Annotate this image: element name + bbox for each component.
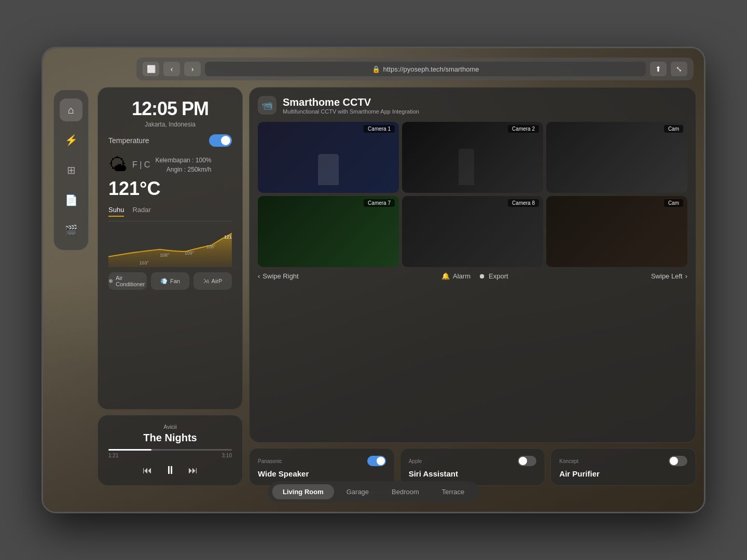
sidebar-item-energy[interactable]: ⚡: [60, 129, 82, 151]
ac-buttons: ❄ Air Conditioner 💨 Fan 🌬 AirP: [108, 272, 232, 290]
music-progress-fill: [108, 449, 151, 451]
next-button[interactable]: ⏭: [188, 465, 198, 476]
unit-separator: |: [140, 160, 144, 169]
weather-details: Kelembapan : 100% Angin : 250km/h: [155, 156, 211, 174]
sidebar-item-file[interactable]: 📄: [60, 189, 82, 212]
weather-info: 🌤 F | C Kelembapan : 100% Angin : 250km/…: [108, 154, 232, 176]
tab-radar[interactable]: Radar: [132, 206, 150, 217]
airp-button[interactable]: 🌬 AirP: [193, 272, 232, 290]
wind-text: Angin : 250km/h: [155, 165, 211, 174]
tab-garage[interactable]: Garage: [336, 484, 379, 499]
device-card-speaker: Panasonic Wide Speaker: [249, 448, 395, 486]
url-bar[interactable]: 🔒 https://pyoseph.tech/smarthome: [205, 62, 646, 76]
device-purifier-toggle[interactable]: [669, 456, 687, 466]
weather-chart: 103° 108° 109° 108° 121°: [108, 226, 232, 267]
music-card: Avicii The Nights 1:21 3:10 ⏮ ⏸ ⏭: [98, 415, 243, 486]
svg-text:103°: 103°: [140, 260, 149, 265]
weather-tabs: Suhu Radar: [108, 206, 232, 221]
sidebar-item-media[interactable]: 🎬: [60, 219, 82, 242]
camera-3-label: Cam: [664, 125, 683, 133]
music-artist: Avicii: [108, 424, 232, 430]
device-speaker-top: Panasonic: [258, 456, 386, 466]
temperature-header: Temperature: [108, 134, 232, 147]
device-siri-toggle[interactable]: [518, 456, 536, 466]
device-speaker-toggle[interactable]: [367, 456, 386, 466]
camera-2-label: Camera 2: [508, 125, 539, 133]
cctv-icon: 📹: [258, 96, 276, 115]
devices-row: Panasonic Wide Speaker Apple Siri Assist…: [249, 448, 696, 486]
swipe-right-button[interactable]: ‹ Swipe Right: [258, 272, 299, 280]
cctv-header: 📹 Smarthome CCTV Multifunctional CCTV wi…: [258, 96, 687, 115]
airp-label: AirP: [212, 278, 223, 284]
open-button[interactable]: ⤡: [671, 62, 687, 76]
sidebar-item-grid[interactable]: ⊞: [60, 159, 82, 181]
pause-button[interactable]: ⏸: [164, 464, 176, 477]
device-purifier-brand: Koncept: [559, 458, 578, 464]
cctv-footer: ‹ Swipe Right 🔔 Alarm ⏺ Export: [258, 272, 687, 280]
music-progress-bar[interactable]: [108, 449, 232, 451]
device-card-purifier: Koncept Air Purifier: [550, 448, 696, 486]
svg-text:108°: 108°: [206, 244, 216, 249]
device-purifier-name: Air Purifier: [559, 469, 687, 478]
left-panel: 12:05 PM Jakarta, Indonesia Temperature …: [98, 87, 243, 486]
music-title: The Nights: [108, 432, 232, 444]
forward-icon: ›: [191, 65, 194, 73]
music-total-time: 3:10: [222, 453, 232, 458]
clock-time: 12:05 PM: [108, 98, 232, 120]
tab-terrace[interactable]: Terrace: [432, 484, 475, 499]
music-current-time: 1:21: [108, 453, 118, 458]
device-frame: ⬜ ‹ › 🔒 https://pyoseph.tech/smarthome ⬆…: [42, 47, 706, 513]
forward-button[interactable]: ›: [184, 62, 201, 76]
cctv-info: Smarthome CCTV Multifunctional CCTV with…: [283, 96, 419, 115]
device-card-siri: Apple Siri Assistant: [400, 448, 546, 486]
camera-feed-4[interactable]: Camera 7: [258, 196, 399, 267]
bottom-tabs: Living Room Garage Bedroom Terrace: [268, 481, 479, 502]
airp-icon: 🌬: [203, 278, 209, 284]
device-speaker-name: Wide Speaker: [258, 469, 386, 478]
fan-button[interactable]: 💨 Fan: [151, 272, 189, 290]
svg-text:108°: 108°: [160, 253, 170, 258]
camera-feed-2[interactable]: Camera 2: [402, 122, 543, 193]
browser-chrome: ⬜ ‹ › 🔒 https://pyoseph.tech/smarthome ⬆…: [136, 58, 694, 80]
cctv-actions: 🔔 Alarm ⏺ Export: [441, 272, 508, 280]
back-button[interactable]: ‹: [163, 62, 180, 76]
main-content: 12:05 PM Jakarta, Indonesia Temperature …: [98, 87, 696, 486]
music-controls: ⏮ ⏸ ⏭: [108, 464, 232, 477]
fan-icon: 💨: [160, 278, 168, 285]
tab-living-room[interactable]: Living Room: [272, 484, 334, 499]
prev-button[interactable]: ⏮: [143, 465, 152, 476]
time-display: 12:05 PM Jakarta, Indonesia: [108, 98, 232, 128]
export-icon: ⏺: [479, 272, 486, 280]
camera-8-label: Camera 8: [508, 199, 539, 207]
camera-1-label: Camera 1: [364, 125, 395, 133]
camera-feed-6[interactable]: Cam: [546, 196, 687, 267]
camera-7-label: Camera 7: [364, 199, 395, 207]
share-button[interactable]: ⬆: [650, 62, 667, 76]
device-siri-name: Siri Assistant: [409, 469, 537, 478]
temperature-toggle[interactable]: [209, 134, 232, 147]
swipe-left-label: Swipe Left: [651, 272, 683, 280]
tab-bedroom[interactable]: Bedroom: [381, 484, 430, 499]
swipe-left-button[interactable]: Swipe Left ›: [651, 272, 687, 280]
sidebar: ⌂ ⚡ ⊞ 📄 🎬: [53, 90, 89, 250]
swipe-right-chevron: ‹: [258, 272, 260, 280]
camera-feed-5[interactable]: Camera 8: [402, 196, 543, 267]
tab-suhu[interactable]: Suhu: [108, 206, 124, 217]
ac-icon: ❄: [108, 278, 113, 285]
weather-icon: 🌤: [108, 154, 127, 176]
tab-button[interactable]: ⬜: [143, 62, 159, 76]
camera-grid: Camera 1 Camera 2 Cam Camera 7 Camera 8: [258, 122, 687, 267]
music-times: 1:21 3:10: [108, 453, 232, 458]
camera-feed-3[interactable]: Cam: [546, 122, 687, 193]
export-button[interactable]: ⏺ Export: [479, 272, 508, 280]
lock-icon: 🔒: [372, 65, 380, 73]
alarm-button[interactable]: 🔔 Alarm: [441, 272, 471, 280]
alarm-icon: 🔔: [441, 272, 450, 280]
humidity-text: Kelembapan : 100%: [155, 156, 211, 165]
ac-button[interactable]: ❄ Air Conditioner: [108, 272, 147, 290]
camera-feed-1[interactable]: Camera 1: [258, 122, 399, 193]
fan-label: Fan: [170, 278, 180, 284]
back-icon: ‹: [171, 65, 173, 73]
sidebar-item-home[interactable]: ⌂: [60, 99, 82, 121]
temperature-label: Temperature: [108, 136, 149, 145]
